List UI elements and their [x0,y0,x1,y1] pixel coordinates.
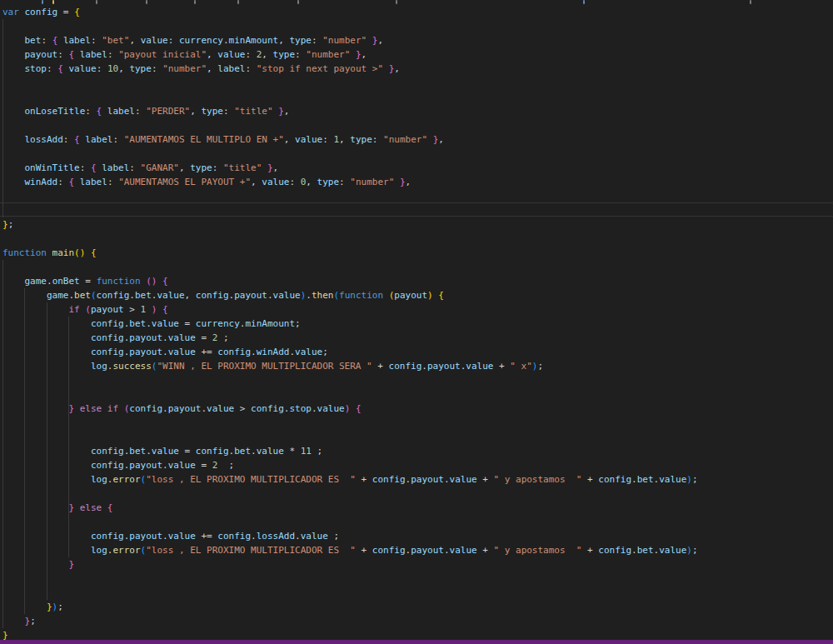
code-token: ; [8,219,14,230]
code-line[interactable]: if (payout > 1 ) { [2,302,833,317]
code-token: () [146,276,157,287]
code-line[interactable]: var config = { [2,5,833,19]
code-line[interactable]: } [2,557,833,572]
code-token: payout [394,290,427,301]
code-line[interactable]: config.bet.value = config.bet.value * 11… [2,444,833,458]
code-line[interactable] [2,487,833,501]
code-line[interactable]: onLoseTitle: { label: "PERDER", type: "t… [2,104,833,118]
code-line[interactable]: log.success("WINN , EL PROXIMO MULTIPLIC… [2,359,833,373]
code-line[interactable] [2,416,833,430]
code-line[interactable]: config.payout.value = 2 ; [2,331,833,345]
code-line[interactable] [2,232,833,246]
code-token: log [91,474,107,485]
code-token: = [179,446,196,457]
code-line[interactable] [2,203,833,217]
code-token: payout [411,474,444,485]
code-token: config [91,460,124,471]
code-token: . [162,347,168,357]
code-line[interactable] [2,515,833,529]
code-line[interactable] [2,90,833,104]
code-token: { [356,403,362,414]
code-line[interactable] [2,387,833,402]
code-line[interactable] [2,118,833,132]
code-line[interactable]: winAdd: { label: "AUMENTAMOS EL PAYOUT +… [2,175,833,189]
code-editor[interactable]: var config = { bet: { label: "bet", valu… [0,0,833,641]
code-line[interactable] [2,19,833,33]
code-token: : [107,177,118,187]
code-token [350,49,356,60]
code-token: payout [427,361,461,372]
code-line[interactable] [2,76,833,90]
code-token: . [312,403,317,414]
code-line[interactable]: config.payout.value = 2 ; [2,458,833,472]
code-line[interactable]: game.onBet = function () { [2,274,833,288]
code-token: : [85,106,96,117]
code-line[interactable] [2,189,833,203]
code-token: : [295,49,306,60]
code-token: config [25,7,58,17]
code-line[interactable]: } else if (config.payout.value > config.… [2,402,833,416]
code-token: 10 [107,63,118,74]
code-token: config [129,403,162,414]
code-token: config [91,332,124,343]
code-token [19,7,25,17]
code-line[interactable]: lossAdd: { label: "AUMENTAMOS EL MULTIPL… [2,132,833,147]
code-line[interactable]: stop: { value: 10, type: "number", label… [2,62,833,76]
code-token: value [450,545,477,556]
code-token: currency [196,318,240,329]
code-token: else [80,403,102,414]
status-bar[interactable] [0,640,833,644]
code-line[interactable]: payout: { label: "payout inicial", value… [2,47,833,62]
code-token [2,134,25,145]
code-token: type [190,162,212,173]
code-line[interactable]: }; [2,614,833,628]
code-token: { [74,134,80,145]
code-token: { [74,7,80,17]
code-token [118,403,124,414]
code-token: "payout inicial" [118,49,207,60]
code-token [74,403,80,414]
code-token: value [141,35,168,46]
clipped-glyph-fragment [52,0,54,4]
clipped-glyph-fragment [750,0,751,4]
code-line[interactable]: } else { [2,501,833,515]
code-line[interactable] [2,260,833,274]
code-token: , [273,162,279,173]
code-line[interactable]: onWinTitle: { label: "GANAR", type: "tit… [2,161,833,175]
code-token [102,403,107,414]
code-token: lossAdd [25,134,63,145]
code-token [2,531,91,542]
code-line[interactable]: config.bet.value = currency.minAmount; [2,317,833,331]
code-token: payout [25,49,58,60]
code-token: if [107,403,118,414]
code-line[interactable]: game.bet(config.bet.value, config.payout… [2,288,833,302]
code-token: value [301,531,328,542]
code-token [262,162,267,173]
code-line[interactable]: log.error("loss , EL PROXIMO MULTIPLICAD… [2,543,833,557]
code-line[interactable]: log.error("loss , EL PROXIMO MULTIPLICAD… [2,472,833,487]
code-token: : [57,177,68,187]
code-token: label [107,106,135,117]
code-token: ) [427,290,433,301]
code-token: ; [322,347,328,357]
code-line[interactable] [2,373,833,387]
code-line[interactable] [2,147,833,161]
code-token [85,247,91,258]
code-token: ; [312,446,322,457]
code-token: lossAdd [257,531,295,542]
code-token [2,545,91,556]
code-line[interactable]: }; [2,217,833,232]
code-line[interactable]: bet: { label: "bet", value: currency.min… [2,33,833,47]
code-token [63,63,69,74]
code-line[interactable]: config.payout.value += config.lossAdd.va… [2,529,833,543]
code-line[interactable] [2,430,833,444]
code-line[interactable] [2,572,833,586]
code-token: , [284,134,295,145]
clipped-glyph-fragment [396,0,397,4]
code-token: config [217,531,251,542]
code-token: "GANAR" [141,162,179,173]
code-line[interactable]: config.payout.value += config.winAdd.val… [2,345,833,359]
code-line[interactable] [2,586,833,600]
code-line[interactable]: }); [2,600,833,614]
code-line[interactable]: function main() { [2,246,833,260]
